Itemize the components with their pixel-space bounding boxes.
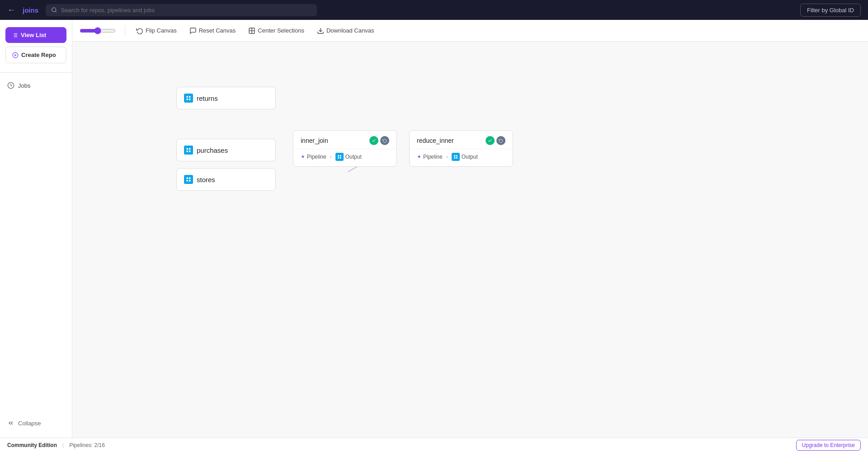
returns-node[interactable]: returns xyxy=(176,87,276,109)
reset-icon xyxy=(189,27,197,34)
inner-join-output-tag[interactable]: Output xyxy=(335,153,362,161)
check-badge xyxy=(369,136,378,145)
search-icon xyxy=(51,7,57,13)
toolbar-divider-1 xyxy=(125,25,125,36)
reduce-inner-pipeline-row: ✦ Pipeline › Output xyxy=(410,149,513,166)
purchases-node[interactable]: purchases xyxy=(176,139,276,161)
arrow-separator-1: › xyxy=(330,154,332,160)
arrow-separator-2: › xyxy=(446,154,448,160)
reduce-inner-node[interactable]: reduce_inner ✦ Pipeline › Output xyxy=(409,130,513,167)
reset-canvas-label: Reset Canvas xyxy=(199,27,236,34)
center-icon xyxy=(248,27,255,34)
inner-join-pipeline-label: Pipeline xyxy=(307,154,326,160)
purchases-icon xyxy=(184,146,193,155)
reduce-inner-pipeline-tag[interactable]: ✦ Pipeline xyxy=(417,154,443,160)
flip-canvas-button[interactable]: Flip Canvas xyxy=(131,24,182,37)
refresh-badge xyxy=(380,136,389,145)
sidebar-item-jobs[interactable]: Jobs xyxy=(0,78,72,93)
back-button[interactable]: ← xyxy=(7,5,15,15)
collapse-label: Collapse xyxy=(18,420,41,427)
view-list-label: View List xyxy=(21,32,46,38)
stores-node[interactable]: stores xyxy=(176,168,276,191)
reduce-check-badge xyxy=(486,136,495,145)
edition-label: Community Edition xyxy=(7,442,57,448)
inner-join-title-row: inner_join xyxy=(293,131,396,149)
center-selections-button[interactable]: Center Selections xyxy=(243,24,310,37)
search-input[interactable] xyxy=(61,7,312,14)
reduce-inner-output-tag[interactable]: Output xyxy=(452,153,478,161)
flip-canvas-label: Flip Canvas xyxy=(146,27,177,34)
list-icon xyxy=(12,32,18,38)
collapse-icon xyxy=(7,419,14,427)
returns-label: returns xyxy=(197,94,218,102)
reset-canvas-button[interactable]: Reset Canvas xyxy=(184,24,241,37)
reduce-pipeline-tag-icon: ✦ xyxy=(417,154,421,160)
stores-icon xyxy=(184,175,193,184)
jobs-label: Jobs xyxy=(18,82,30,89)
search-bar[interactable] xyxy=(46,4,317,16)
create-repo-button[interactable]: Create Repo xyxy=(5,47,66,63)
toolbar: Flip Canvas Reset Canvas Center Selectio… xyxy=(72,20,868,42)
jobs-icon xyxy=(7,82,14,89)
reduce-inner-label: reduce_inner xyxy=(417,137,454,144)
stores-label: stores xyxy=(197,176,215,184)
top-nav: ← joins Filter by Global ID xyxy=(0,0,868,20)
zoom-slider xyxy=(80,27,116,34)
nav-title: joins xyxy=(23,6,38,14)
filter-by-global-id-button[interactable]: Filter by Global ID xyxy=(800,4,861,17)
purchases-node-header: purchases xyxy=(177,139,275,161)
download-icon xyxy=(317,27,324,34)
output-icon-1 xyxy=(335,153,344,161)
footer: Community Edition | Pipelines: 2/16 Upgr… xyxy=(0,438,868,452)
upgrade-to-enterprise-button[interactable]: Upgrade to Enterprise xyxy=(796,440,861,451)
pipeline-tag-icon: ✦ xyxy=(301,154,305,160)
reduce-inner-output-label: Output xyxy=(462,154,478,160)
inner-join-output-label: Output xyxy=(345,154,362,160)
returns-icon xyxy=(184,94,193,103)
reduce-inner-badges xyxy=(486,136,505,145)
returns-node-header: returns xyxy=(177,87,275,109)
svg-point-0 xyxy=(52,8,56,12)
zoom-range-input[interactable] xyxy=(80,27,116,34)
download-canvas-button[interactable]: Download Canvas xyxy=(311,24,380,37)
inner-join-label: inner_join xyxy=(301,137,328,144)
stores-node-header: stores xyxy=(177,169,275,190)
canvas[interactable]: returns purchases stores inner_join xyxy=(72,42,868,438)
plus-circle-icon xyxy=(12,52,19,58)
reduce-inner-title-row: reduce_inner xyxy=(410,131,513,149)
sidebar: View List Create Repo Jobs Collapse xyxy=(0,20,72,438)
collapse-button[interactable]: Collapse xyxy=(0,416,72,430)
pipelines-count-label: Pipelines: 2/16 xyxy=(69,442,105,448)
reduce-inner-pipeline-label: Pipeline xyxy=(423,154,443,160)
inner-join-node[interactable]: inner_join ✦ Pipeline › Output xyxy=(293,130,397,167)
output-icon-2 xyxy=(452,153,460,161)
reduce-refresh-badge xyxy=(496,136,505,145)
inner-join-badges xyxy=(369,136,389,145)
download-canvas-label: Download Canvas xyxy=(326,27,374,34)
inner-join-pipeline-row: ✦ Pipeline › Output xyxy=(293,149,396,166)
center-selections-label: Center Selections xyxy=(258,27,304,34)
purchases-label: purchases xyxy=(197,146,228,154)
inner-join-pipeline-tag[interactable]: ✦ Pipeline xyxy=(301,154,326,160)
flip-icon xyxy=(136,27,143,34)
create-repo-label: Create Repo xyxy=(21,52,56,58)
view-list-button[interactable]: View List xyxy=(5,27,66,43)
